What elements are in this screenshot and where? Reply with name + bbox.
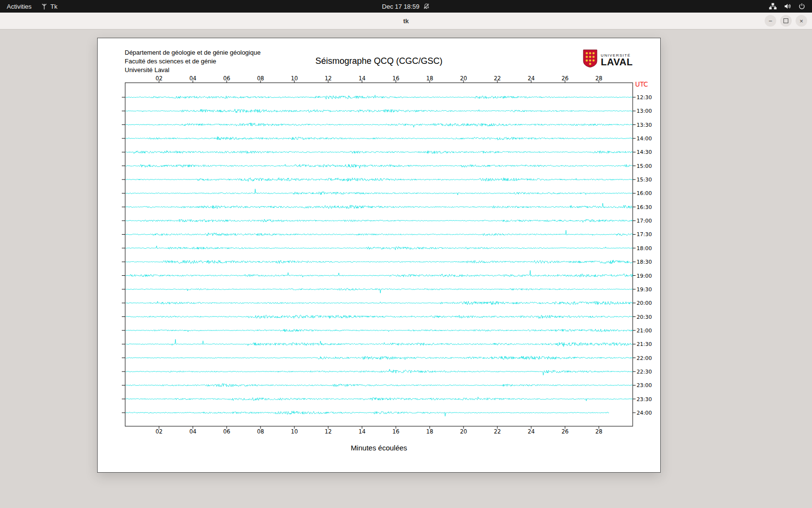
laval-logo-text: UNIVERSITÉ LAVAL <box>601 53 633 66</box>
seismogram-trace <box>126 219 633 223</box>
restore-button[interactable] <box>780 15 792 27</box>
x-tick-label-top: 16 <box>392 75 400 82</box>
x-tick-label-top: 04 <box>189 75 197 82</box>
seismogram-trace <box>126 411 609 416</box>
trace-time-label: 18:30 <box>637 259 652 265</box>
trace-time-label: 23:00 <box>637 382 652 388</box>
trace-time-label: 21:30 <box>637 341 652 347</box>
tk-app-indicator[interactable]: Tk <box>41 3 57 10</box>
x-tick-label-bottom: 04 <box>189 428 197 435</box>
x-tick-label-bottom: 12 <box>325 428 332 435</box>
x-tick-label-bottom: 08 <box>257 428 264 435</box>
seismograph-svg: 0202040406060808101012121414161618182020… <box>107 75 658 435</box>
seismogram-trace <box>126 246 633 250</box>
volume-icon <box>784 3 791 10</box>
close-button[interactable]: × <box>796 15 807 27</box>
power-icon <box>798 3 805 10</box>
seismogram-trace <box>126 178 633 181</box>
network-tree-icon <box>769 3 777 10</box>
seismograph-chart: 0202040406060808101012121414161618182020… <box>107 75 658 435</box>
trace-time-label: 22:00 <box>637 355 652 361</box>
tk-icon <box>41 3 47 10</box>
trace-time-label: 14:30 <box>637 149 652 155</box>
trace-time-label: 19:30 <box>637 286 652 293</box>
page-title: Séismographe QCQ (CGC/GSC) <box>98 56 660 66</box>
trace-time-label: 17:00 <box>637 218 652 224</box>
x-tick-label-top: 12 <box>325 75 332 82</box>
notifications-muted-icon <box>423 3 430 10</box>
plot-border <box>125 83 633 426</box>
trace-time-label: 23:30 <box>637 396 652 403</box>
seismogram-trace <box>126 329 633 332</box>
seismogram-trace <box>126 203 633 209</box>
x-tick-label-top: 06 <box>223 75 231 82</box>
x-tick-label-top: 24 <box>528 75 535 82</box>
trace-time-label: 16:30 <box>637 204 652 210</box>
utc-label: UTC <box>635 80 648 88</box>
seismogram-trace <box>126 150 633 153</box>
seismogram-trace <box>126 260 633 264</box>
window-title: tk <box>403 17 409 25</box>
seismogram-trace <box>126 301 633 305</box>
seismogram-trace <box>126 356 633 360</box>
seismogram-trace <box>126 384 633 387</box>
x-tick-label-bottom: 26 <box>562 428 569 435</box>
seismogram-trace <box>126 315 633 318</box>
restore-icon <box>783 18 788 23</box>
institution-line-3: Université Laval <box>125 66 261 75</box>
x-tick-label-top: 22 <box>494 75 501 82</box>
seismogram-trace <box>126 136 633 140</box>
x-tick-label-top: 18 <box>426 75 434 82</box>
x-tick-label-bottom: 16 <box>392 428 400 435</box>
seismogram-trace <box>126 164 633 168</box>
seismogram-trace <box>126 270 633 277</box>
window-titlebar[interactable]: tk <box>0 13 812 30</box>
activities-button[interactable]: Activities <box>7 3 31 10</box>
clock-label: Dec 17 18:59 <box>382 3 419 10</box>
trace-time-label: 13:00 <box>637 108 652 114</box>
seismograph-canvas: Département de géologie et de génie géol… <box>97 38 661 473</box>
x-tick-label-top: 08 <box>257 75 264 82</box>
trace-time-label: 21:00 <box>637 328 652 334</box>
x-tick-label-bottom: 20 <box>460 428 467 435</box>
x-tick-label-bottom: 06 <box>223 428 231 435</box>
minimize-button[interactable]: − <box>765 15 776 27</box>
x-axis-label: Minutes écoulées <box>125 444 633 452</box>
laval-logo-line2: LAVAL <box>601 58 633 66</box>
window-controls: − × <box>765 15 807 27</box>
trace-time-label: 22:30 <box>637 369 652 375</box>
clock-menu[interactable]: Dec 17 18:59 <box>382 0 430 13</box>
x-tick-label-top: 28 <box>595 75 603 82</box>
seismogram-trace <box>126 123 633 127</box>
trace-time-label: 16:00 <box>637 190 652 196</box>
x-tick-label-top: 02 <box>156 75 163 82</box>
trace-time-label: 24:00 <box>637 410 652 416</box>
trace-time-label: 20:30 <box>637 314 652 320</box>
tk-app-label: Tk <box>50 3 57 10</box>
top-bar: Activities Tk Dec 17 18:59 <box>0 0 812 13</box>
x-tick-label-top: 20 <box>460 75 467 82</box>
seismogram-trace <box>126 339 633 346</box>
seismogram-trace <box>126 288 633 293</box>
seismogram-trace <box>126 230 633 236</box>
seismogram-trace <box>126 189 633 195</box>
trace-time-label: 15:30 <box>637 177 652 183</box>
x-tick-label-bottom: 14 <box>359 428 366 435</box>
universite-laval-logo: UNIVERSITÉ LAVAL <box>583 49 633 70</box>
trace-time-label: 20:00 <box>637 300 652 306</box>
x-tick-label-bottom: 10 <box>291 428 298 435</box>
trace-time-label: 19:00 <box>637 273 652 279</box>
seismogram-trace <box>126 397 633 401</box>
x-tick-label-top: 26 <box>562 75 569 82</box>
trace-time-label: 12:30 <box>637 94 652 101</box>
trace-time-label: 13:30 <box>637 122 652 128</box>
x-tick-label-top: 10 <box>291 75 298 82</box>
seismogram-trace <box>126 369 633 375</box>
x-tick-label-bottom: 18 <box>426 428 434 435</box>
trace-time-label: 15:00 <box>637 163 652 169</box>
x-tick-label-bottom: 24 <box>528 428 535 435</box>
x-tick-label-top: 14 <box>359 75 366 82</box>
trace-time-label: 14:00 <box>637 135 652 142</box>
laval-shield-icon <box>583 49 597 70</box>
system-status-area[interactable] <box>769 3 812 10</box>
